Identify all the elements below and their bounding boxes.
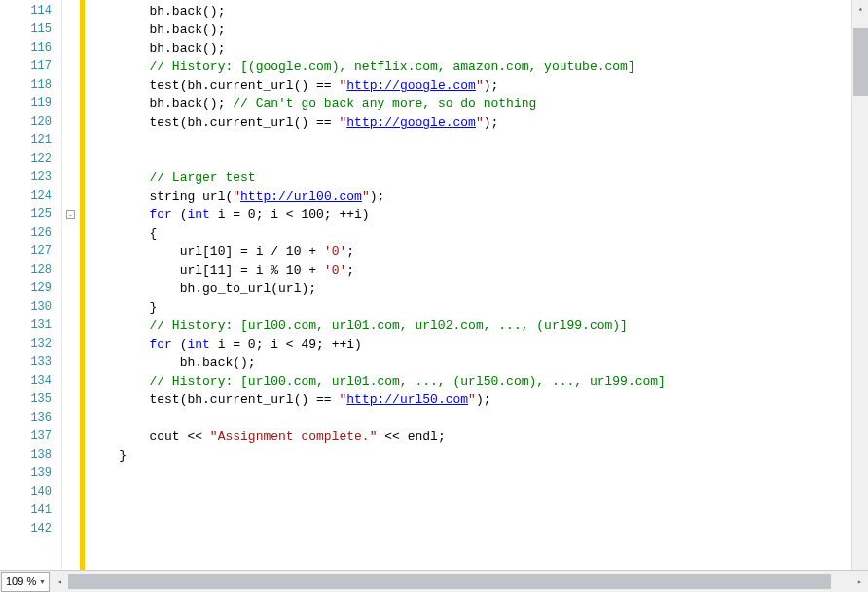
line-number: 135	[0, 390, 61, 409]
code-line[interactable]: url[11] = i % 10 + '0';	[85, 261, 868, 279]
line-number: 134	[0, 372, 61, 390]
code-line[interactable]: bh.back(); // Can't go back any more, so…	[85, 94, 868, 113]
code-line[interactable]: bh.back();	[85, 353, 868, 372]
line-number: 119	[0, 94, 61, 113]
line-number: 117	[0, 57, 61, 76]
code-line[interactable]: bh.back();	[85, 2, 868, 20]
line-number: 140	[0, 483, 61, 501]
fold-toggle-icon[interactable]: -	[66, 210, 75, 219]
chevron-down-icon: ▼	[39, 578, 46, 585]
code-line[interactable]: // Larger test	[85, 168, 868, 187]
line-number: 128	[0, 261, 61, 279]
code-line[interactable]	[85, 464, 868, 483]
horizontal-scrollbar[interactable]	[68, 574, 851, 590]
code-line[interactable]: // History: [url00.com, url01.com, ..., …	[85, 372, 868, 390]
line-number: 120	[0, 113, 61, 131]
line-number: 124	[0, 187, 61, 205]
code-line[interactable]: bh.go_to_url(url);	[85, 279, 868, 298]
line-number: 136	[0, 409, 61, 427]
line-number: 137	[0, 427, 61, 446]
code-editor: 1141151161171181191201211221231241251261…	[0, 0, 868, 570]
code-line[interactable]: cout << "Assignment complete." << endl;	[85, 427, 868, 446]
line-number: 130	[0, 298, 61, 316]
code-line[interactable]: string url("http://url00.com");	[85, 187, 868, 205]
code-line[interactable]	[85, 150, 868, 168]
line-number: 133	[0, 353, 61, 372]
line-number: 115	[0, 20, 61, 39]
code-line[interactable]: for (int i = 0; i < 100; ++i)	[85, 205, 868, 224]
line-number: 116	[0, 39, 61, 57]
line-number: 126	[0, 224, 61, 242]
code-text-area[interactable]: bh.back(); bh.back(); bh.back(); // Hist…	[85, 0, 868, 570]
line-number: 127	[0, 242, 61, 261]
code-line[interactable]: test(bh.current_url() == "http://google.…	[85, 76, 868, 94]
line-number: 131	[0, 316, 61, 335]
status-bar: 109 % ▼ ◂ ▸	[0, 570, 868, 592]
zoom-value: 109 %	[6, 575, 36, 587]
line-number: 118	[0, 76, 61, 94]
line-number: 138	[0, 446, 61, 464]
code-line[interactable]: }	[85, 298, 868, 316]
line-number: 139	[0, 464, 61, 483]
fold-column: -	[62, 0, 80, 570]
code-line[interactable]: }	[85, 446, 868, 464]
line-number: 121	[0, 131, 61, 150]
code-line[interactable]: {	[85, 224, 868, 242]
code-line[interactable]: bh.back();	[85, 20, 868, 39]
line-number: 123	[0, 168, 61, 187]
code-line[interactable]	[85, 520, 868, 538]
line-number: 141	[0, 501, 61, 520]
zoom-dropdown[interactable]: 109 % ▼	[1, 572, 50, 592]
code-line[interactable]: // History: [(google.com), netflix.com, …	[85, 57, 868, 76]
line-number: 132	[0, 335, 61, 353]
line-number: 122	[0, 150, 61, 168]
line-number: 114	[0, 2, 61, 20]
scroll-right-arrow-icon[interactable]: ▸	[851, 574, 868, 590]
code-line[interactable]: test(bh.current_url() == "http://url50.c…	[85, 390, 868, 409]
code-line[interactable]: for (int i = 0; i < 49; ++i)	[85, 335, 868, 353]
code-line[interactable]: test(bh.current_url() == "http://google.…	[85, 113, 868, 131]
code-line[interactable]: bh.back();	[85, 39, 868, 57]
line-number: 142	[0, 520, 61, 538]
line-number: 129	[0, 279, 61, 298]
vertical-scrollbar[interactable]: ▴	[851, 0, 868, 570]
code-line[interactable]	[85, 501, 868, 520]
code-line[interactable]: // History: [url00.com, url01.com, url02…	[85, 316, 868, 335]
line-number-gutter: 1141151161171181191201211221231241251261…	[0, 0, 62, 570]
line-number: 125	[0, 205, 61, 224]
vertical-scroll-thumb[interactable]	[853, 28, 868, 96]
code-line[interactable]	[85, 131, 868, 150]
code-line[interactable]	[85, 409, 868, 427]
scroll-up-arrow-icon[interactable]: ▴	[852, 0, 868, 17]
code-line[interactable]: url[10] = i / 10 + '0';	[85, 242, 868, 261]
scroll-left-arrow-icon[interactable]: ◂	[52, 574, 68, 590]
horizontal-scroll-thumb[interactable]	[68, 574, 831, 589]
code-line[interactable]	[85, 483, 868, 501]
